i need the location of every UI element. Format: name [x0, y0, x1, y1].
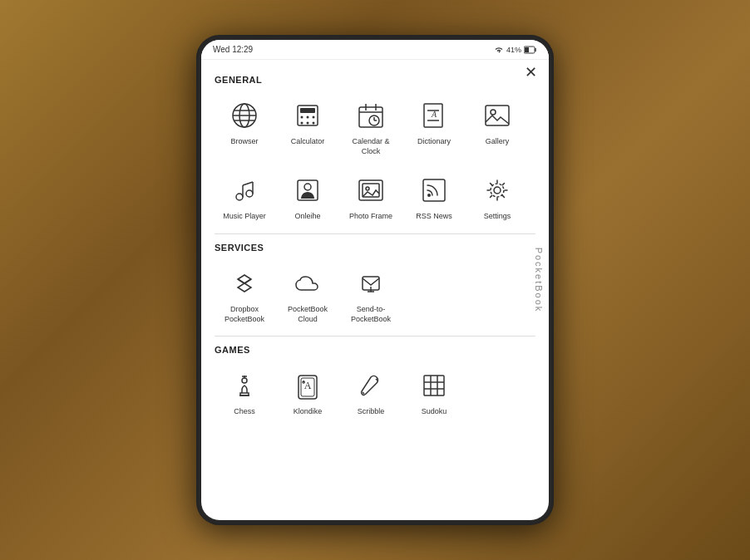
- settings-icon: [480, 173, 515, 208]
- section-title-services: SERVICES: [215, 243, 535, 253]
- device-frame: Wed 12:29 41% ✕ GENERAL: [196, 35, 554, 525]
- svg-rect-8: [300, 108, 315, 113]
- browser-label: Browser: [230, 137, 258, 147]
- svg-line-32: [243, 182, 253, 185]
- svg-point-9: [301, 116, 303, 119]
- app-gallery[interactable]: Gallery: [467, 91, 527, 163]
- svg-line-44: [244, 279, 251, 283]
- gallery-label: Gallery: [486, 137, 510, 147]
- svg-point-39: [427, 194, 431, 197]
- section-title-general: GENERAL: [215, 75, 535, 85]
- svg-point-34: [304, 184, 311, 190]
- calendar-icon: [353, 98, 388, 133]
- cloud-icon: [290, 266, 325, 301]
- send-icon: [353, 266, 388, 301]
- device-screen: Wed 12:29 41% ✕ GENERAL: [201, 40, 549, 520]
- svg-point-29: [246, 190, 253, 197]
- app-pocketbook-cloud[interactable]: PocketBookCloud: [278, 259, 338, 331]
- onleihe-icon: [290, 173, 325, 208]
- dropbox-icon: [227, 266, 262, 301]
- app-onleihe[interactable]: Onleihe: [278, 166, 338, 228]
- gallery-icon: [480, 98, 515, 133]
- section-title-games: GAMES: [215, 345, 535, 355]
- svg-line-43: [238, 279, 244, 283]
- divider-2: [215, 336, 535, 336]
- services-apps-grid: DropboxPocketBook PocketBookCloud Send-t…: [215, 259, 535, 331]
- device-brand-label: PocketBook: [535, 248, 545, 313]
- svg-point-28: [236, 194, 243, 200]
- sudoku-label: Sudoku: [422, 407, 447, 417]
- app-chess[interactable]: Chess: [215, 361, 274, 424]
- games-apps-grid: Chess A ♠ Klondike: [215, 361, 535, 424]
- svg-rect-47: [240, 393, 249, 395]
- svg-rect-1: [525, 47, 529, 52]
- onleihe-label: Onleihe: [294, 212, 320, 222]
- app-music-player[interactable]: Music Player: [215, 166, 274, 228]
- calendar-label: Calendar &Clock: [352, 137, 389, 156]
- chess-icon: [227, 368, 262, 403]
- close-button[interactable]: ✕: [525, 63, 537, 81]
- rss-label: RSS News: [416, 212, 452, 222]
- status-icons: 41%: [494, 46, 537, 54]
- music-icon: [227, 173, 262, 208]
- music-player-label: Music Player: [223, 212, 266, 222]
- settings-label: Settings: [484, 212, 511, 222]
- app-photo-frame[interactable]: Photo Frame: [341, 166, 401, 228]
- app-klondike[interactable]: A ♠ Klondike: [278, 361, 338, 424]
- svg-point-10: [307, 116, 309, 119]
- app-browser[interactable]: Browser: [215, 91, 274, 163]
- dropbox-label: DropboxPocketBook: [225, 305, 264, 324]
- rss-icon: [417, 173, 451, 208]
- calculator-label: Calculator: [291, 137, 325, 147]
- svg-point-27: [491, 110, 496, 115]
- svg-point-12: [301, 122, 303, 125]
- svg-point-37: [366, 187, 369, 190]
- battery-level: 41%: [506, 46, 521, 54]
- svg-rect-26: [486, 106, 509, 125]
- calculator-icon: [290, 98, 325, 133]
- svg-text:A: A: [431, 110, 437, 119]
- dictionary-label: Dictionary: [417, 137, 451, 147]
- svg-point-13: [307, 122, 309, 125]
- status-time: Wed 12:29: [213, 45, 253, 54]
- app-settings[interactable]: Settings: [467, 166, 527, 228]
- dictionary-icon: A: [417, 98, 451, 133]
- klondike-icon: A ♠: [290, 368, 325, 403]
- status-bar: Wed 12:29 41%: [201, 40, 549, 60]
- scribble-label: Scribble: [358, 407, 385, 417]
- app-send-to-pocketbook[interactable]: Send-to-PocketBook: [341, 259, 401, 331]
- svg-rect-38: [423, 179, 445, 201]
- divider-1: [215, 233, 535, 234]
- general-apps-grid: Browser Calculator Calendar &Clock: [215, 91, 535, 228]
- svg-point-40: [494, 187, 501, 194]
- klondike-label: Klondike: [294, 407, 323, 417]
- app-dictionary[interactable]: A Dictionary: [404, 91, 464, 163]
- app-dropbox[interactable]: DropboxPocketBook: [215, 259, 274, 331]
- scribble-icon: [353, 368, 388, 403]
- svg-point-14: [313, 122, 315, 125]
- photo-frame-label: Photo Frame: [349, 212, 392, 222]
- send-label: Send-to-PocketBook: [351, 305, 391, 324]
- app-calendar[interactable]: Calendar &Clock: [341, 91, 401, 163]
- browser-icon: [227, 98, 262, 133]
- wifi-icon: [494, 46, 504, 54]
- svg-point-11: [313, 116, 315, 119]
- pocketbook-cloud-label: PocketBookCloud: [288, 305, 328, 324]
- app-calculator[interactable]: Calculator: [278, 91, 338, 163]
- chess-label: Chess: [234, 407, 255, 417]
- battery-icon: [524, 46, 537, 54]
- app-sudoku[interactable]: Sudoku: [404, 361, 464, 424]
- app-rss[interactable]: RSS News: [404, 166, 464, 228]
- svg-point-41: [491, 184, 504, 197]
- svg-rect-55: [424, 376, 444, 395]
- app-content: GENERAL Browser Calculator: [201, 60, 549, 513]
- sudoku-icon: [417, 368, 451, 403]
- svg-point-48: [242, 378, 247, 383]
- app-scribble[interactable]: Scribble: [341, 361, 401, 424]
- photo-frame-icon: [353, 173, 388, 208]
